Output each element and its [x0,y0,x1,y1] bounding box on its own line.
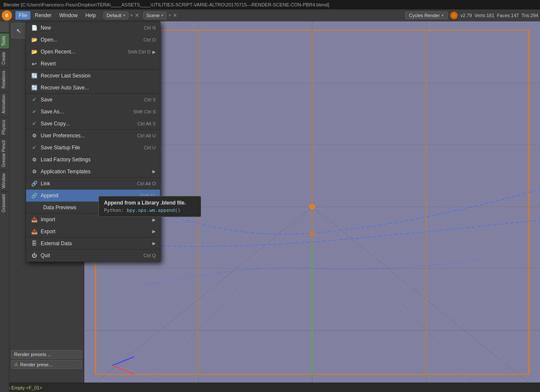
user-prefs-shortcut: Ctrl Alt U [137,133,156,138]
menu-item-external-data[interactable]: 🗄 External Data ▶ [26,238,160,249]
menu-item-save-startup[interactable]: ✔ Save Startup File Ctrl U [26,142,160,154]
faces-info: Faces:147 [497,13,519,18]
tooltip-title: Append from a Library .blend file. [104,200,196,206]
save-as-icon: ✔ [30,108,38,116]
sidebar-item-graswald[interactable]: Graswald [0,191,9,215]
menu-item-save[interactable]: ✔ Save Ctrl S [26,94,160,106]
menu-item-app-templates[interactable]: ⚙ Application Templates ▶ [26,166,160,178]
menu-item-export[interactable]: 📤 Export ▶ [26,226,160,238]
title-bar: Blender [C:\Users\Francesco-Fisso\Dropbo… [0,0,540,9]
menu-item-link-label: Link [41,181,137,187]
sidebar-item-tools[interactable]: Tools [0,33,9,48]
menu-item-open-label: Open... [41,37,143,43]
renderer-selector[interactable]: Cycles Render ▾ [405,12,448,19]
quit-icon: ⏻ [30,252,38,259]
menu-item-open-recent[interactable]: 📂 Open Recent... Shift Ctrl O ▶ [26,46,160,58]
menu-help[interactable]: Help [82,11,99,20]
render-presets-btn[interactable]: Render presets ... [11,350,82,359]
revert-icon: ↩ [30,60,38,68]
sidebar-toggle[interactable] [0,21,9,33]
scene-label: Scene [146,13,160,18]
recover-auto-icon: 🔄 [30,84,38,92]
link-icon: 🔗 [30,180,38,187]
sidebar-item-relations[interactable]: Relations [0,68,9,91]
workspace-remove[interactable]: ✕ [135,12,139,18]
title-text: Blender [C:\Users\Francesco-Fisso\Dropbo… [3,2,329,7]
tool-btn-1[interactable]: ↖ [11,23,27,39]
external-data-icon: 🗄 [30,240,38,247]
workspace-selector[interactable]: Default ▾ [104,12,128,19]
external-data-arrow: ▶ [152,241,156,246]
sidebar-item-window[interactable]: Window [0,170,9,191]
sidebar-item-grease-pencil[interactable]: Grease Pencil [0,137,9,170]
menu-item-recover-last-label: Recover Last Session [41,73,156,79]
menu-file[interactable]: File [15,11,30,20]
renderer-label: Cycles Render [409,13,440,18]
link-shortcut: Ctrl Alt O [137,181,156,186]
scene-remove[interactable]: ✕ [173,12,177,18]
menu-item-new-label: New [41,25,144,31]
app-templates-icon: ⚙ [30,168,38,175]
open-recent-arrow: ▶ [152,50,156,54]
status-text: (1) Empty <F_01> [4,385,42,390]
sidebar-item-animation[interactable]: Animation [0,92,9,116]
left-sidebar: Tools Create Relations Animation Physics… [0,21,9,392]
workspace-label: Default [107,13,122,18]
workspace-add[interactable]: + [130,12,133,18]
scene-selector[interactable]: Scene ▾ [143,12,166,19]
menu-item-app-templates-label: Application Templates [41,169,151,175]
tooltip-python: Python: bpy.ops.wm.append() [104,208,196,213]
menu-item-user-prefs-label: User Preferences... [41,133,137,139]
render-preset-warning-btn[interactable]: ⚠ Render prese... [11,360,82,369]
blender-logo[interactable]: B [2,10,12,21]
save-icon: ✔ [30,96,38,104]
append-icon: 🔗 [30,192,38,199]
export-icon: 📤 [30,228,38,235]
menu-item-save-as-label: Save As... [41,109,133,115]
new-shortcut: Ctrl N [144,25,156,30]
menu-bar: B File Render Window Help Default ▾ + ✕ … [0,9,540,21]
recover-last-icon: 🔄 [30,72,38,80]
menu-item-external-data-label: External Data [41,241,151,246]
menu-item-new[interactable]: 📄 New Ctrl N [26,22,160,34]
menu-item-load-factory[interactable]: ⚙ Load Factory Settings [26,154,160,166]
menu-item-recover-last[interactable]: 🔄 Recover Last Session [26,70,160,82]
menu-item-open[interactable]: 📂 Open... Ctrl O [26,34,160,46]
menu-window[interactable]: Window [56,11,81,20]
render-presets-panel: Render presets ... ⚠ Render prese... [9,348,84,371]
save-copy-icon: ✔ [30,120,38,128]
sidebar-item-create[interactable]: Create [0,49,9,67]
menu-item-revert[interactable]: ↩ Revert [26,58,160,70]
save-as-shortcut: Shift Ctrl S [133,109,156,114]
menu-item-save-startup-label: Save Startup File [41,145,144,151]
menu-item-save-copy[interactable]: ✔ Save Copy... Ctrl Alt S [26,118,160,130]
import-icon: 📥 [30,216,38,223]
menu-render[interactable]: Render [31,11,55,20]
save-startup-shortcut: Ctrl U [144,145,156,150]
save-copy-shortcut: Ctrl Alt S [137,121,156,126]
version-info: v2.79 [460,13,472,18]
file-menu-dropdown: 📄 New Ctrl N 📂 Open... Ctrl O 📂 Open Rec… [26,21,160,262]
tris-info: Tris:294 [522,13,538,18]
menu-item-save-copy-label: Save Copy... [41,121,137,127]
menu-item-open-recent-label: Open Recent... [41,49,128,55]
menu-item-link[interactable]: 🔗 Link Ctrl Alt O [26,178,160,190]
append-tooltip: Append from a Library .blend file. Pytho… [98,196,201,217]
menu-item-user-prefs[interactable]: ⚙ User Preferences... Ctrl Alt U [26,130,160,142]
menu-item-recover-auto[interactable]: 🔄 Recover Auto Save... [26,82,160,94]
scene-add[interactable]: + [168,12,171,18]
menu-item-save-as[interactable]: ✔ Save As... Shift Ctrl S [26,106,160,118]
user-prefs-icon: ⚙ [30,132,38,140]
sidebar-item-physics[interactable]: Physics [0,117,9,137]
status-bar: (1) Empty <F_01> [0,383,540,392]
menu-item-quit[interactable]: ⏻ Quit Ctrl Q [26,249,160,261]
verts-info: Verts:181 [475,13,494,18]
warning-icon: ⚠ [14,362,18,367]
data-previews-icon [30,204,38,211]
menu-item-load-factory-label: Load Factory Settings [41,157,156,163]
menu-item-revert-label: Revert [41,61,156,67]
open-icon: 📂 [30,36,38,44]
cycles-icon [450,12,458,19]
menu-item-recover-auto-label: Recover Auto Save... [41,85,156,91]
quit-shortcut: Ctrl Q [143,253,156,258]
